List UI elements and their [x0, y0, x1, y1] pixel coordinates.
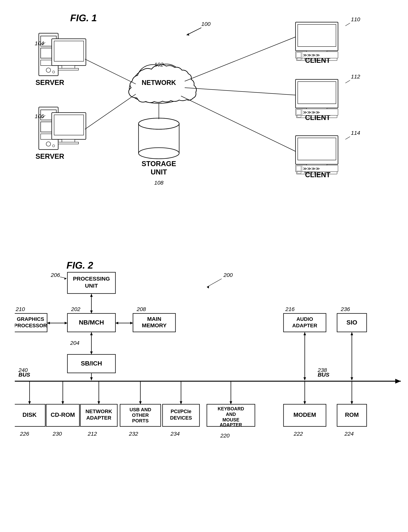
keyboard-label4: ADAPTER: [220, 422, 242, 427]
svg-marker-130: [350, 401, 353, 404]
ref-210: 210: [16, 306, 25, 312]
svg-text:≫≫≫≫: ≫≫≫≫: [303, 166, 320, 171]
ref-106: 106: [35, 113, 44, 119]
modem-label: MODEM: [293, 411, 316, 418]
ref-206: 206: [51, 272, 60, 278]
ref-232: 232: [129, 431, 138, 437]
svg-point-35: [138, 118, 179, 129]
processing-unit-label: PROCESSING: [73, 276, 110, 282]
main-memory-label1: MAIN: [147, 316, 162, 322]
fig2-container: FIG. 2 200 PROCESSING UNIT 206 NB/MCH 20…: [15, 258, 393, 517]
pci-label1: PCI/PCIe: [171, 409, 192, 414]
svg-marker-89: [65, 322, 68, 324]
graphics-label2: PROCESSOR: [15, 323, 47, 328]
svg-marker-112: [350, 377, 353, 380]
svg-marker-111: [350, 332, 353, 335]
svg-marker-126: [230, 401, 232, 404]
sb-ich-label: SB/ICH: [81, 360, 102, 367]
ref-102: 102: [154, 61, 163, 67]
server2: [39, 107, 86, 150]
main-memory-label2: MEMORY: [142, 322, 167, 328]
svg-marker-118: [61, 401, 64, 404]
audio-adapter-label2: ADAPTER: [292, 323, 317, 328]
ref-202: 202: [71, 306, 80, 312]
server2-label: SERVER: [35, 152, 64, 160]
nb-mch-label: NB/MCH: [79, 319, 104, 326]
audio-adapter-label1: AUDIO: [297, 316, 313, 322]
svg-line-62: [85, 94, 136, 129]
svg-line-44: [345, 23, 350, 26]
processing-unit-label2: UNIT: [85, 283, 98, 289]
ref-112: 112: [351, 74, 360, 80]
svg-marker-122: [139, 401, 142, 404]
usb-label1: USB AND: [129, 407, 151, 412]
svg-line-79: [207, 279, 222, 287]
svg-marker-90: [47, 322, 50, 324]
usb-label3: PORTS: [132, 418, 149, 424]
keyboard-label2: AND: [226, 412, 236, 417]
storage-label1: STORAGE: [142, 160, 176, 168]
svg-text:≫≫≫≫: ≫≫≫≫: [303, 53, 320, 58]
fig1-container: FIG. 1 100: [15, 11, 393, 247]
svg-line-65: [185, 88, 296, 95]
ref-234: 234: [170, 431, 180, 437]
ref-110: 110: [351, 16, 360, 22]
svg-line-52: [345, 80, 350, 83]
svg-rect-54: [298, 138, 336, 160]
server1: [39, 33, 86, 76]
svg-marker-108: [304, 377, 306, 380]
svg-line-0: [187, 28, 201, 35]
svg-marker-120: [98, 401, 100, 404]
network-adapter-label2: ADAPTER: [86, 415, 111, 421]
client3-label: CLIENT: [305, 171, 330, 179]
ref-220: 220: [220, 432, 230, 439]
svg-marker-116: [28, 401, 31, 404]
fig2-title: FIG. 2: [67, 260, 93, 271]
cd-rom-label: CD-ROM: [51, 411, 75, 418]
ref-100: 100: [201, 21, 211, 27]
svg-line-60: [345, 137, 350, 139]
ref-226: 226: [20, 431, 29, 437]
usb-label2: OTHER: [132, 412, 149, 418]
ref-204: 204: [70, 340, 79, 346]
svg-marker-86: [90, 310, 93, 313]
storage-label2: UNIT: [151, 168, 167, 176]
svg-rect-27: [54, 115, 84, 135]
svg-rect-18: [58, 68, 78, 70]
ref-108: 108: [154, 180, 163, 186]
svg-line-64: [185, 37, 296, 81]
svg-rect-37: [298, 24, 336, 47]
svg-rect-29: [58, 142, 78, 144]
network-adapter-label1: NETWORK: [85, 408, 112, 414]
ref-236: 236: [340, 306, 350, 312]
fig1-title: FIG. 1: [70, 13, 97, 23]
svg-marker-107: [304, 332, 306, 335]
keyboard-label3: MOUSE: [222, 417, 239, 422]
svg-text:≫≫≫≫: ≫≫≫≫: [303, 110, 320, 115]
svg-marker-97: [90, 332, 93, 335]
svg-rect-17: [62, 66, 75, 68]
svg-marker-102: [395, 379, 401, 383]
ref-200-label: 200: [223, 272, 233, 278]
ref-114: 114: [351, 130, 360, 136]
graphics-label1: GRAPHICS: [17, 316, 44, 322]
page: FIG. 1 100: [0, 0, 408, 532]
svg-marker-114: [90, 377, 93, 380]
svg-rect-16: [54, 41, 84, 61]
ref-230: 230: [52, 431, 62, 437]
svg-marker-93: [130, 322, 133, 324]
ref-240: 240: [18, 367, 28, 373]
network-label: NETWORK: [142, 79, 176, 86]
svg-line-61: [85, 59, 136, 84]
ref-222: 222: [293, 431, 303, 437]
ref-208: 208: [136, 306, 146, 312]
svg-marker-92: [115, 322, 118, 324]
svg-marker-128: [304, 401, 306, 404]
sio-label: SIO: [347, 319, 357, 326]
storage-unit: [138, 118, 179, 159]
svg-rect-46: [298, 82, 336, 104]
network-cloud-better: NETWORK: [129, 65, 196, 103]
pci-label2: DEVICES: [170, 415, 192, 421]
keyboard-label1: KEYBOARD: [218, 406, 244, 411]
svg-marker-98: [90, 351, 93, 354]
